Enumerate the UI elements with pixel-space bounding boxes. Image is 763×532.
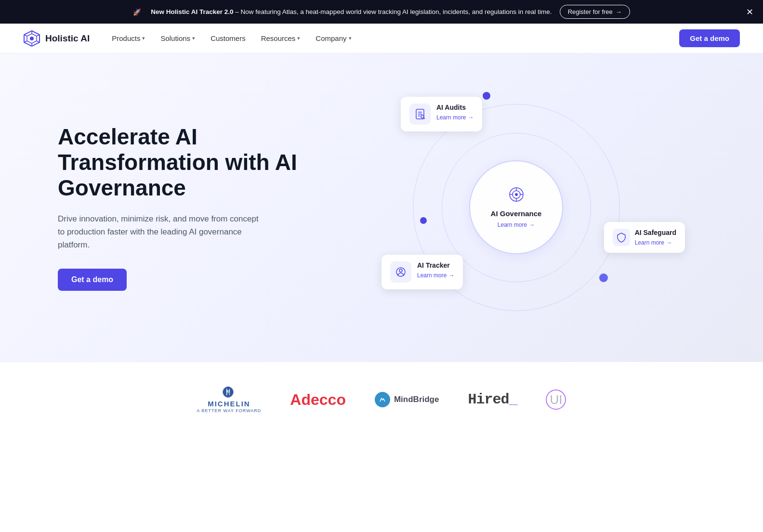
nav-customers-label: Customers: [210, 34, 246, 42]
svg-point-2: [30, 37, 34, 40]
hired-cursor-icon: _: [509, 391, 517, 408]
ai-audits-icon: [409, 104, 431, 125]
ai-audits-learn-more-text: Learn more: [436, 114, 466, 121]
company-chevron-icon: ▾: [349, 35, 352, 41]
logos-section: 🅜 MICHELIN A BETTER WAY FORWARD Adecco M…: [0, 362, 763, 438]
products-chevron-icon: ▾: [142, 35, 145, 41]
logo-text: Holistic AI: [45, 33, 90, 44]
diagram-dot-2: [420, 217, 427, 224]
ai-safeguard-arrow-icon: →: [666, 239, 672, 246]
ai-audits-arrow-icon: →: [468, 114, 474, 121]
announcement-text: New Holistic AI Tracker 2.0 – Now featur…: [151, 8, 552, 15]
rocket-icon: 🚀: [133, 8, 141, 16]
michelin-man-icon: 🅜: [197, 386, 262, 400]
michelin-logo: 🅜 MICHELIN A BETTER WAY FORWARD: [197, 386, 262, 414]
ai-tracker-learn-more[interactable]: Learn more →: [417, 272, 454, 279]
resources-chevron-icon: ▾: [297, 35, 300, 41]
nav-solutions[interactable]: Solutions ▾: [154, 30, 202, 46]
ai-safeguard-card: AI Safeguard Learn more →: [604, 222, 685, 253]
fifth-logo: UI: [546, 389, 566, 410]
diagram-dot-3: [599, 273, 608, 282]
ai-safeguard-icon: [613, 229, 630, 246]
hero-content: Accelerate AI Transformation with AI Gov…: [58, 124, 308, 291]
ai-tracker-card: AI Tracker Learn more →: [382, 255, 463, 289]
nav-cta-label: Get a demo: [690, 34, 729, 42]
nav-get-demo-button[interactable]: Get a demo: [679, 29, 740, 47]
ai-governance-title: AI Governance: [491, 209, 542, 218]
nav-products-label: Products: [112, 34, 140, 42]
mindbridge-logo: MindBridge: [375, 392, 439, 407]
hired-logo: Hired_: [468, 391, 517, 408]
ai-tracker-title: AI Tracker: [417, 261, 454, 269]
solutions-chevron-icon: ▾: [192, 35, 195, 41]
ai-safeguard-title: AI Safeguard: [635, 229, 676, 236]
ai-governance-icon: [509, 187, 524, 206]
nav-resources[interactable]: Resources ▾: [254, 30, 307, 46]
nav-resources-label: Resources: [261, 34, 296, 42]
nav-customers[interactable]: Customers: [204, 30, 252, 46]
hero-diagram: AI Governance Learn more →: [308, 82, 724, 333]
diagram-dot-1: [483, 92, 490, 100]
hero-get-demo-button[interactable]: Get a demo: [58, 269, 127, 291]
ai-governance-learn-more[interactable]: Learn more →: [498, 221, 535, 228]
ai-safeguard-learn-more-text: Learn more: [635, 239, 664, 246]
ai-governance-learn-more-text: Learn more: [498, 221, 527, 228]
ai-audits-title: AI Audits: [436, 104, 474, 111]
ai-safeguard-learn-more[interactable]: Learn more →: [635, 239, 676, 246]
svg-point-20: [421, 115, 424, 118]
hero-section: Accelerate AI Transformation with AI Gov…: [0, 53, 763, 362]
hero-title: Accelerate AI Transformation with AI Gov…: [58, 124, 308, 201]
hero-subtitle: Drive innovation, minimize risk, and mov…: [58, 212, 260, 252]
adecco-logo: Adecco: [290, 391, 346, 409]
nav-company-label: Company: [316, 34, 346, 42]
ai-tracker-icon: [390, 261, 411, 283]
register-arrow-icon: →: [616, 8, 622, 15]
nav-solutions-label: Solutions: [160, 34, 190, 42]
svg-point-11: [515, 193, 518, 196]
announcement-bar: 🚀 New Holistic AI Tracker 2.0 – Now feat…: [0, 0, 763, 24]
ai-audits-card: AI Audits Learn more →: [401, 97, 482, 131]
logo-link[interactable]: Holistic AI: [23, 30, 90, 47]
close-announcement-button[interactable]: ✕: [746, 8, 753, 16]
ai-governance-arrow-icon: →: [529, 221, 535, 228]
ai-tracker-learn-more-text: Learn more: [417, 272, 447, 279]
svg-point-23: [399, 269, 402, 272]
announcement-body: – Now featuring Atlas, a heat-mapped wor…: [235, 8, 552, 15]
ai-governance-card: AI Governance Learn more →: [469, 160, 563, 254]
register-button[interactable]: Register for free →: [560, 5, 630, 19]
announcement-bold: New Holistic AI Tracker 2.0: [151, 8, 233, 15]
nav-products[interactable]: Products ▾: [105, 30, 152, 46]
logo-icon: [23, 30, 40, 47]
nav-company[interactable]: Company ▾: [309, 30, 358, 46]
hero-cta-label: Get a demo: [71, 275, 113, 284]
ai-tracker-arrow-icon: →: [448, 272, 454, 279]
mindbridge-icon: [375, 392, 390, 407]
diagram-container: AI Governance Learn more →: [386, 87, 646, 328]
ai-audits-learn-more[interactable]: Learn more →: [436, 114, 474, 121]
nav-links: Products ▾ Solutions ▾ Customers Resourc…: [105, 30, 679, 46]
register-label: Register for free: [568, 8, 613, 15]
navbar: Holistic AI Products ▾ Solutions ▾ Custo…: [0, 24, 763, 53]
